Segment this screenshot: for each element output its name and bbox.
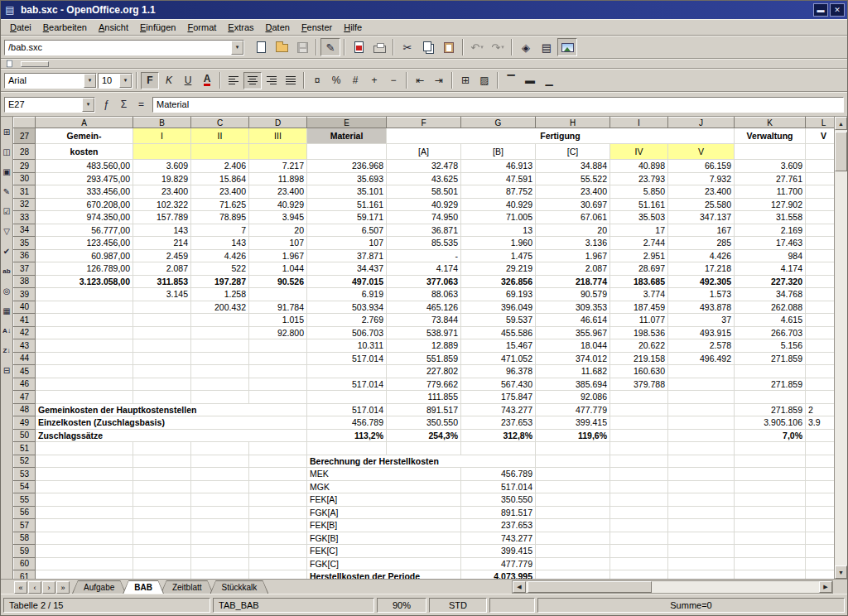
toolbar-grip-handle[interactable] bbox=[21, 61, 49, 67]
cell-L32[interactable] bbox=[806, 198, 835, 211]
cell-C54[interactable] bbox=[191, 480, 249, 493]
menu-format[interactable]: Format bbox=[181, 21, 222, 34]
cell-J49[interactable] bbox=[668, 416, 735, 430]
cell-E28[interactable] bbox=[307, 144, 387, 160]
row-header-34[interactable]: 34 bbox=[14, 224, 36, 237]
cell-E59[interactable]: FEK[C] bbox=[307, 545, 461, 558]
toolbar-fragment-button[interactable] bbox=[2, 60, 16, 69]
cell-B52[interactable] bbox=[133, 455, 191, 468]
cell-K40[interactable]: 262.088 bbox=[735, 301, 806, 314]
bold-button[interactable]: F bbox=[141, 72, 159, 89]
cell-A42[interactable] bbox=[36, 326, 133, 339]
cell-G54[interactable]: 517.014 bbox=[461, 480, 536, 493]
row-header-41[interactable]: 41 bbox=[14, 314, 36, 327]
cell-G49[interactable]: 237.653 bbox=[461, 416, 536, 430]
menu-bearbeiten[interactable]: Bearbeiten bbox=[37, 21, 93, 34]
row-header-48[interactable]: 48 bbox=[14, 403, 36, 416]
cell-L40[interactable] bbox=[806, 301, 835, 314]
cell-J53[interactable] bbox=[668, 468, 735, 481]
cell-E56[interactable]: FGK[A] bbox=[307, 506, 461, 519]
cell-E60[interactable]: FGK[C] bbox=[307, 557, 461, 570]
cell-A47[interactable] bbox=[36, 391, 133, 404]
cell-I56[interactable] bbox=[610, 506, 668, 519]
cell-K55[interactable] bbox=[735, 493, 806, 507]
cell-H29[interactable]: 34.884 bbox=[536, 160, 610, 173]
sheet-tab-aufgabe[interactable]: Aufgabe bbox=[72, 580, 126, 594]
autofilter-button[interactable]: ▽ bbox=[1, 223, 12, 239]
cell-H54[interactable] bbox=[536, 480, 610, 493]
cell-F37[interactable]: 4.174 bbox=[387, 262, 461, 276]
italic-button[interactable]: K bbox=[160, 72, 178, 89]
background-color-button[interactable]: ▨ bbox=[475, 72, 494, 89]
cell-F34[interactable]: 36.871 bbox=[387, 224, 461, 237]
row-header-43[interactable]: 43 bbox=[14, 339, 36, 353]
sheet-tab-zeitblatt[interactable]: Zeitblatt bbox=[161, 580, 214, 594]
cell-C43[interactable] bbox=[191, 339, 249, 353]
cell-G61[interactable]: 4.073.995 bbox=[461, 570, 536, 580]
cell-J59[interactable] bbox=[668, 545, 735, 558]
row-header-56[interactable]: 56 bbox=[14, 506, 36, 519]
cell-I50[interactable] bbox=[610, 429, 668, 442]
cell-C36[interactable]: 4.426 bbox=[191, 249, 249, 262]
cell-C39[interactable]: 1.258 bbox=[191, 288, 249, 301]
zoom-level[interactable]: 90% bbox=[377, 598, 426, 613]
cell-G45[interactable]: 96.378 bbox=[461, 365, 536, 378]
cell-K53[interactable] bbox=[735, 468, 806, 481]
scroll-down-icon[interactable]: ▼ bbox=[835, 565, 847, 579]
cell-H51[interactable] bbox=[536, 442, 610, 455]
insert-cells-button[interactable]: ◫ bbox=[1, 143, 12, 160]
cell-K31[interactable]: 11.700 bbox=[735, 185, 806, 199]
row-header-53[interactable]: 53 bbox=[14, 468, 36, 481]
cell-L42[interactable] bbox=[806, 326, 835, 339]
cell-L47[interactable] bbox=[806, 391, 835, 404]
cell-E45[interactable] bbox=[307, 365, 387, 378]
cell-J55[interactable] bbox=[668, 493, 735, 507]
cell-L43[interactable] bbox=[806, 339, 835, 353]
cell-E30[interactable]: 35.693 bbox=[307, 172, 387, 185]
font-size-dropdown-icon[interactable]: ▾ bbox=[119, 74, 132, 88]
cell-L46[interactable] bbox=[806, 378, 835, 391]
cell-A30[interactable]: 293.475,00 bbox=[36, 172, 133, 185]
scroll-left-icon[interactable]: ◀ bbox=[513, 581, 526, 593]
cell-D39[interactable] bbox=[249, 288, 307, 301]
cell-H36[interactable]: 1.967 bbox=[536, 249, 610, 262]
vertical-scroll-thumb[interactable] bbox=[835, 132, 847, 171]
cell-G41[interactable]: 59.537 bbox=[461, 314, 536, 327]
cell-A41[interactable] bbox=[36, 314, 133, 327]
cell-A57[interactable] bbox=[36, 519, 133, 532]
cell-B33[interactable]: 157.789 bbox=[133, 211, 191, 224]
cell-H28[interactable]: [C] bbox=[536, 144, 610, 160]
cell-B57[interactable] bbox=[133, 519, 191, 532]
cell-E51[interactable] bbox=[307, 442, 387, 455]
cell-E38[interactable]: 497.015 bbox=[307, 275, 387, 288]
cell-K59[interactable] bbox=[735, 545, 806, 558]
row-header-35[interactable]: 35 bbox=[14, 237, 36, 250]
cell-G51[interactable] bbox=[461, 442, 536, 455]
cell-B31[interactable]: 23.400 bbox=[133, 185, 191, 199]
cell-J47[interactable] bbox=[668, 391, 735, 404]
cell-H38[interactable]: 218.774 bbox=[536, 275, 610, 288]
url-dropdown-icon[interactable]: ▾ bbox=[231, 41, 243, 55]
cell-K43[interactable]: 5.156 bbox=[735, 339, 806, 353]
cell-D53[interactable] bbox=[249, 468, 307, 481]
cell-B28[interactable] bbox=[133, 144, 191, 160]
cell-B30[interactable]: 19.829 bbox=[133, 172, 191, 185]
cell-A55[interactable] bbox=[36, 493, 133, 507]
cell-E37[interactable]: 34.437 bbox=[307, 262, 387, 276]
cell-F28[interactable]: [A] bbox=[387, 144, 461, 160]
cell-L54[interactable] bbox=[806, 480, 835, 493]
cell-L29[interactable] bbox=[806, 160, 835, 173]
cell-H35[interactable]: 3.136 bbox=[536, 237, 610, 250]
column-header-J[interactable]: J bbox=[668, 118, 735, 128]
cell-C42[interactable] bbox=[191, 326, 249, 339]
cell-G46[interactable]: 567.430 bbox=[461, 378, 536, 391]
align-top-button[interactable]: ▔ bbox=[502, 72, 520, 89]
cell-A37[interactable]: 126.789,00 bbox=[36, 262, 133, 276]
column-header-K[interactable]: K bbox=[735, 118, 806, 128]
spellcheck-button[interactable]: ✔ bbox=[1, 243, 12, 259]
modified-flag[interactable] bbox=[489, 598, 535, 613]
cell-A56[interactable] bbox=[36, 506, 133, 519]
row-header-38[interactable]: 38 bbox=[14, 275, 36, 288]
cell-B54[interactable] bbox=[133, 480, 191, 493]
cell-K29[interactable]: 3.609 bbox=[735, 160, 806, 173]
